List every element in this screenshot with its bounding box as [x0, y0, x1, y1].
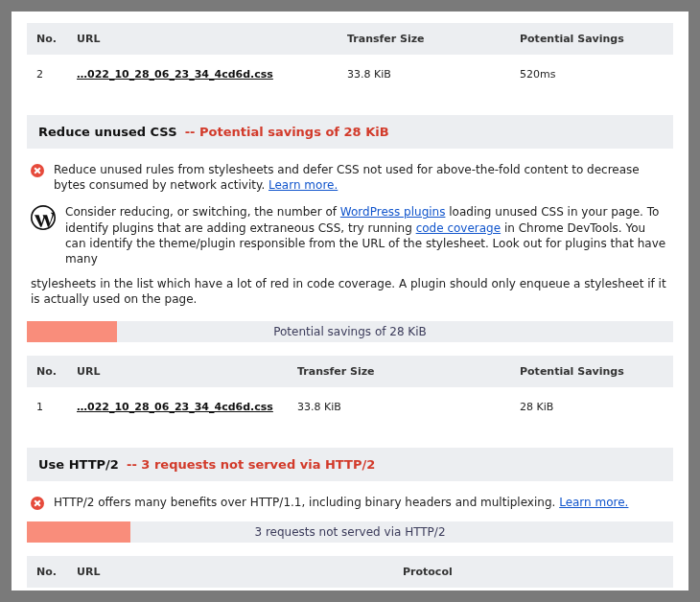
- section-http2-title-sub: -- 3 requests not served via HTTP/2: [127, 457, 375, 472]
- col-url-header: URL: [77, 566, 403, 578]
- section-css-desc-text: Reduce unused rules from stylesheets and…: [54, 162, 669, 193]
- col-no-header: No.: [36, 365, 77, 378]
- wp-plugins-link[interactable]: WordPress plugins: [340, 205, 446, 219]
- col-tx-header: Transfer Size: [347, 33, 520, 45]
- section-css-title-main: Reduce unused CSS: [38, 125, 177, 139]
- row-no: 2: [36, 68, 77, 81]
- col-sv-header: Potential Savings: [520, 365, 664, 378]
- section-http2-title-main: Use HTTP/2: [38, 457, 119, 472]
- css-desc-pre: Reduce unused rules from stylesheets and…: [54, 163, 640, 192]
- row-sv: 28 KiB: [520, 401, 664, 413]
- section-css-title-sub: -- Potential savings of 28 KiB: [185, 125, 389, 139]
- row-sv: 520ms: [520, 68, 664, 81]
- col-no-header: No.: [36, 566, 77, 578]
- learn-more-link[interactable]: Learn more.: [268, 178, 338, 192]
- row-tx: 33.8 KiB: [347, 68, 520, 81]
- table1-header: No. URL Transfer Size Potential Savings: [27, 23, 673, 55]
- http2-desc-pre: HTTP/2 offers many benefits over HTTP/1.…: [54, 496, 559, 509]
- url-link[interactable]: …022_10_28_06_23_34_4cd6d.css: [77, 401, 273, 413]
- css-savings-bar-fill: [27, 321, 117, 342]
- table3-header: No. URL Protocol: [27, 556, 673, 588]
- learn-more-link[interactable]: Learn more.: [559, 496, 628, 509]
- section-css-desc: Reduce unused rules from stylesheets and…: [27, 149, 673, 198]
- table3-row: 1 https://seoaudit.agency/ http/1.1: [27, 588, 673, 590]
- row-no: 1: [36, 401, 77, 413]
- code-coverage-link[interactable]: code coverage: [416, 221, 501, 235]
- report-page: No. URL Transfer Size Potential Savings …: [12, 12, 688, 590]
- table2-header: No. URL Transfer Size Potential Savings: [27, 356, 673, 387]
- table1-row: 2 …022_10_28_06_23_34_4cd6d.css 33.8 KiB…: [27, 55, 673, 94]
- col-sv-header: Potential Savings: [520, 33, 664, 45]
- section-http2-desc-text: HTTP/2 offers many benefits over HTTP/1.…: [54, 495, 628, 510]
- http2-bar-fill: [27, 521, 130, 543]
- svg-point-0: [32, 206, 55, 229]
- col-url-header: URL: [77, 365, 297, 378]
- css-savings-bar: Potential savings of 28 KiB: [27, 321, 673, 342]
- section-http2-desc: HTTP/2 offers many benefits over HTTP/1.…: [27, 481, 673, 516]
- wordpress-hint: Consider reducing, or switching, the num…: [27, 198, 673, 276]
- section-http2-title: Use HTTP/2 -- 3 requests not served via …: [27, 448, 673, 481]
- close-icon: [31, 497, 44, 510]
- wordpress-icon: [31, 205, 56, 230]
- section-css-title: Reduce unused CSS -- Potential savings o…: [27, 115, 673, 149]
- css-savings-bar-label: Potential savings of 28 KiB: [273, 325, 427, 338]
- col-tx-header: Transfer Size: [297, 365, 520, 378]
- url-link[interactable]: …022_10_28_06_23_34_4cd6d.css: [77, 68, 273, 81]
- wordpress-hint-continued: stylesheets in the list which have a lot…: [27, 276, 673, 314]
- table2-row: 1 …022_10_28_06_23_34_4cd6d.css 33.8 KiB…: [27, 387, 673, 427]
- col-no-header: No.: [36, 33, 77, 45]
- col-proto-header: Protocol: [403, 566, 652, 578]
- col-url-header: URL: [77, 33, 347, 45]
- http2-bar-label: 3 requests not served via HTTP/2: [254, 525, 445, 539]
- row-tx: 33.8 KiB: [297, 401, 520, 413]
- close-icon: [31, 164, 44, 177]
- wp-pre: Consider reducing, or switching, the num…: [65, 205, 340, 219]
- wordpress-hint-text: Consider reducing, or switching, the num…: [65, 204, 669, 266]
- http2-bar: 3 requests not served via HTTP/2: [27, 521, 673, 543]
